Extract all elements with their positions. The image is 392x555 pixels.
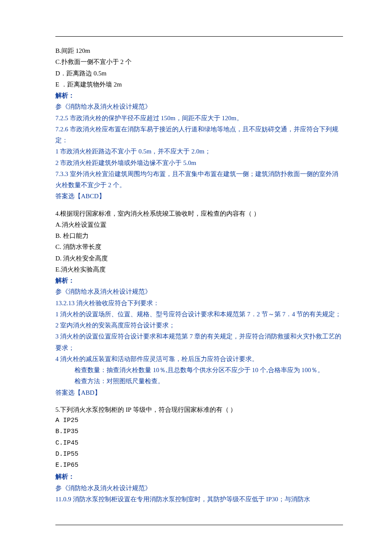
- spacer: [55, 398, 343, 404]
- q3-option-e: E ．距离建筑物外墙 2m: [55, 79, 343, 90]
- q4-analysis-3: 2 室内消火栓的安装高度应符合设计要求；: [55, 320, 343, 331]
- q4-reference: 参《消防给水及消火栓设计规范》: [55, 286, 343, 297]
- q4-option-e: E.消火栓实验高度: [55, 264, 343, 275]
- q3-option-b: B.间距 120m: [55, 45, 343, 56]
- q4-analysis-6: 检查数量：抽查消火栓数量 10％,且总数每个供水分区不应少于 10 个,合格率应…: [55, 364, 343, 376]
- q4-stem: 4.根据现行国家标准，室内消火栓系统竣工验收时，应检查的内容有（ ）: [55, 208, 343, 219]
- q5-option-c: C.IP45: [55, 438, 343, 449]
- q4-analysis-label: 解析：: [55, 275, 343, 286]
- q3-option-d: D．距离路边 0.5m: [55, 68, 343, 79]
- q3-analysis-5: 7.3.3 室外消火栓宜沿建筑周围均匀布置，且不宜集中布置在建筑一侧；建筑消防扑…: [55, 168, 343, 191]
- q4-analysis-5: 4 消火栓的减压装置和活动部件应灵活可靠，栓后压力应符合设计要求。: [55, 353, 343, 364]
- q4-answer: 答案选【ABD】: [55, 387, 343, 398]
- q5-option-d: D.IP55: [55, 449, 343, 460]
- q4-analysis-7: 检查方法：对照图纸尺量检查。: [55, 376, 343, 387]
- q5-reference: 参《消防给水及消火栓设计规范》: [55, 483, 343, 494]
- spacer: [55, 202, 343, 208]
- q3-analysis-3: 1 市政消火栓距路边不宜小于 0.5m，并不应大于 2.0m；: [55, 146, 343, 157]
- q5-option-e: E.IP65: [55, 460, 343, 471]
- bottom-horizontal-rule: [55, 525, 343, 525]
- q5-analysis-1: 11.0.9 消防水泵控制柜设置在专用消防水泵控制室时，其防护等级不应低于 IP…: [55, 494, 343, 505]
- top-horizontal-rule: [55, 36, 343, 37]
- q3-reference: 参《消防给水及消火栓设计规范》: [55, 101, 343, 112]
- q4-analysis-1: 13.2.13 消火栓验收应符合下列要求：: [55, 298, 343, 309]
- q4-analysis-2: 1 消火栓的设置场所、位置、规格、型号应符合设计要求和本规范第 7．2 节～第 …: [55, 309, 343, 320]
- q4-option-d: D. 消火栓安全高度: [55, 253, 343, 264]
- q3-analysis-1: 7.2.5 市政消火栓的保护半径不应超过 150m，间距不应大于 120m。: [55, 113, 343, 124]
- q5-option-a: A IP25: [55, 415, 343, 426]
- q5-analysis-label: 解析：: [55, 471, 343, 482]
- q3-answer: 答案选【ABCD】: [55, 191, 343, 202]
- q5-option-b: B.IP35: [55, 426, 343, 437]
- q3-analysis-4: 2 市政消火栓距建筑外墙或外墙边缘不宜小于 5.0m: [55, 157, 343, 168]
- q4-option-a: A.消火栓设置位置: [55, 219, 343, 230]
- q5-stem: 5.下列消火水泵控制柜的 IP 等级中，符合现行国家标准的有（ ）: [55, 404, 343, 415]
- q4-analysis-4: 3 消火栓的设置位置应符合设计要求和本规范第 7 章的有关规定，并应符合消防救援…: [55, 331, 343, 353]
- q4-option-b: B. 栓口能力: [55, 230, 343, 241]
- q3-analysis-label: 解析：: [55, 90, 343, 101]
- q3-option-c: C.扑救面一侧不宜小于 2 个: [55, 56, 343, 67]
- q4-option-c: C. 消防水带长度: [55, 241, 343, 252]
- document-page: B.间距 120m C.扑救面一侧不宜小于 2 个 D．距离路边 0.5m E …: [0, 0, 392, 555]
- q3-analysis-2: 7.2.6 市政消火栓应布置在消防车易于接近的人行道和绿地等地点，且不应妨碍交通…: [55, 124, 343, 146]
